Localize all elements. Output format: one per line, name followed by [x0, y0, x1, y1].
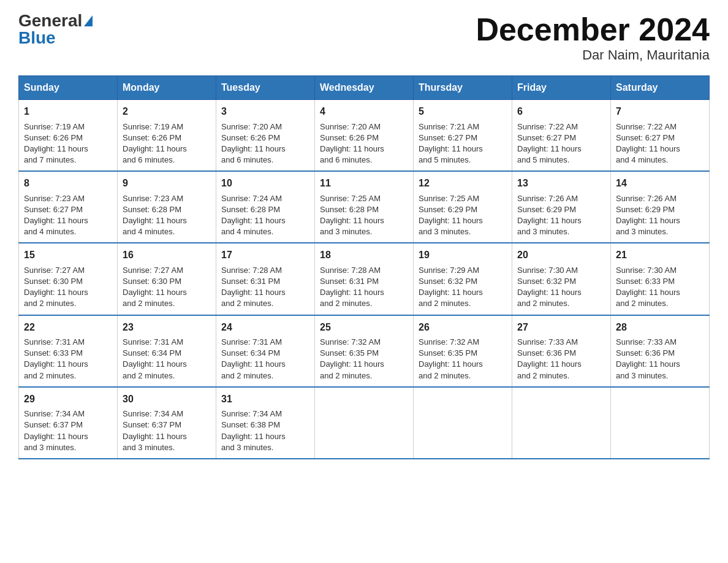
calendar-week-row: 29Sunrise: 7:34 AMSunset: 6:37 PMDayligh… — [19, 387, 710, 459]
day-info: Sunrise: 7:24 AMSunset: 6:28 PMDaylight:… — [221, 194, 286, 237]
day-info: Sunrise: 7:23 AMSunset: 6:28 PMDaylight:… — [123, 194, 187, 237]
day-info: Sunrise: 7:32 AMSunset: 6:35 PMDaylight:… — [320, 337, 384, 380]
calendar-cell — [611, 387, 710, 459]
day-info: Sunrise: 7:25 AMSunset: 6:29 PMDaylight:… — [419, 194, 483, 237]
calendar-cell: 18Sunrise: 7:28 AMSunset: 6:31 PMDayligh… — [315, 243, 414, 315]
calendar-cell: 1Sunrise: 7:19 AMSunset: 6:26 PMDaylight… — [19, 100, 118, 172]
calendar-cell: 28Sunrise: 7:33 AMSunset: 6:36 PMDayligh… — [611, 315, 710, 387]
day-info: Sunrise: 7:28 AMSunset: 6:31 PMDaylight:… — [320, 266, 384, 308]
calendar-cell: 20Sunrise: 7:30 AMSunset: 6:32 PMDayligh… — [512, 243, 611, 315]
calendar-cell: 29Sunrise: 7:34 AMSunset: 6:37 PMDayligh… — [19, 387, 118, 459]
calendar-header-row: SundayMondayTuesdayWednesdayThursdayFrid… — [19, 76, 710, 100]
calendar-cell: 31Sunrise: 7:34 AMSunset: 6:38 PMDayligh… — [216, 387, 315, 459]
day-number: 14 — [616, 177, 704, 190]
day-number: 4 — [320, 105, 408, 118]
day-number: 1 — [24, 105, 112, 118]
day-number: 11 — [320, 177, 408, 190]
day-number: 10 — [221, 177, 309, 190]
day-info: Sunrise: 7:19 AMSunset: 6:26 PMDaylight:… — [24, 122, 88, 165]
day-number: 13 — [517, 177, 605, 190]
day-info: Sunrise: 7:22 AMSunset: 6:27 PMDaylight:… — [517, 122, 582, 165]
day-number: 29 — [24, 393, 112, 406]
calendar-cell: 3Sunrise: 7:20 AMSunset: 6:26 PMDaylight… — [216, 100, 315, 172]
day-info: Sunrise: 7:30 AMSunset: 6:32 PMDaylight:… — [517, 266, 582, 308]
calendar-cell: 8Sunrise: 7:23 AMSunset: 6:27 PMDaylight… — [19, 171, 118, 243]
day-number: 7 — [616, 105, 704, 118]
day-number: 5 — [419, 105, 507, 118]
day-number: 9 — [123, 177, 211, 190]
day-info: Sunrise: 7:19 AMSunset: 6:26 PMDaylight:… — [123, 122, 187, 165]
calendar-cell — [315, 387, 414, 459]
day-info: Sunrise: 7:28 AMSunset: 6:31 PMDaylight:… — [221, 266, 286, 308]
day-number: 25 — [320, 321, 408, 334]
calendar-cell: 21Sunrise: 7:30 AMSunset: 6:33 PMDayligh… — [611, 243, 710, 315]
day-number: 22 — [24, 321, 112, 334]
header-saturday: Saturday — [611, 76, 710, 100]
calendar-cell: 6Sunrise: 7:22 AMSunset: 6:27 PMDaylight… — [512, 100, 611, 172]
day-info: Sunrise: 7:31 AMSunset: 6:34 PMDaylight:… — [221, 337, 286, 380]
calendar-cell — [414, 387, 512, 459]
calendar-table: SundayMondayTuesdayWednesdayThursdayFrid… — [18, 75, 710, 459]
calendar-cell: 27Sunrise: 7:33 AMSunset: 6:36 PMDayligh… — [512, 315, 611, 387]
day-number: 21 — [616, 248, 704, 262]
calendar-cell: 26Sunrise: 7:32 AMSunset: 6:35 PMDayligh… — [414, 315, 512, 387]
calendar-cell: 9Sunrise: 7:23 AMSunset: 6:28 PMDaylight… — [118, 171, 216, 243]
day-number: 27 — [517, 321, 605, 334]
day-info: Sunrise: 7:31 AMSunset: 6:34 PMDaylight:… — [123, 337, 187, 380]
logo-blue: Blue — [18, 28, 56, 47]
header-friday: Friday — [512, 76, 611, 100]
day-info: Sunrise: 7:22 AMSunset: 6:27 PMDaylight:… — [616, 122, 680, 165]
day-number: 12 — [419, 177, 507, 190]
calendar-cell: 5Sunrise: 7:21 AMSunset: 6:27 PMDaylight… — [414, 100, 512, 172]
calendar-week-row: 1Sunrise: 7:19 AMSunset: 6:26 PMDaylight… — [19, 100, 710, 172]
calendar-cell: 30Sunrise: 7:34 AMSunset: 6:37 PMDayligh… — [118, 387, 216, 459]
day-number: 19 — [419, 248, 507, 262]
day-info: Sunrise: 7:34 AMSunset: 6:38 PMDaylight:… — [221, 409, 286, 452]
calendar-cell: 17Sunrise: 7:28 AMSunset: 6:31 PMDayligh… — [216, 243, 315, 315]
calendar-cell — [512, 387, 611, 459]
day-info: Sunrise: 7:25 AMSunset: 6:28 PMDaylight:… — [320, 194, 384, 237]
day-info: Sunrise: 7:29 AMSunset: 6:32 PMDaylight:… — [419, 266, 483, 308]
calendar-cell: 13Sunrise: 7:26 AMSunset: 6:29 PMDayligh… — [512, 171, 611, 243]
day-info: Sunrise: 7:33 AMSunset: 6:36 PMDaylight:… — [517, 337, 582, 380]
calendar-cell: 12Sunrise: 7:25 AMSunset: 6:29 PMDayligh… — [414, 171, 512, 243]
day-number: 17 — [221, 248, 309, 262]
calendar-cell: 7Sunrise: 7:22 AMSunset: 6:27 PMDaylight… — [611, 100, 710, 172]
day-number: 6 — [517, 105, 605, 118]
calendar-cell: 15Sunrise: 7:27 AMSunset: 6:30 PMDayligh… — [19, 243, 118, 315]
calendar-cell: 19Sunrise: 7:29 AMSunset: 6:32 PMDayligh… — [414, 243, 512, 315]
day-number: 16 — [123, 248, 211, 262]
day-number: 18 — [320, 248, 408, 262]
day-info: Sunrise: 7:23 AMSunset: 6:27 PMDaylight:… — [24, 194, 88, 237]
day-info: Sunrise: 7:34 AMSunset: 6:37 PMDaylight:… — [123, 409, 187, 452]
calendar-week-row: 22Sunrise: 7:31 AMSunset: 6:33 PMDayligh… — [19, 315, 710, 387]
header-sunday: Sunday — [19, 76, 118, 100]
header-thursday: Thursday — [414, 76, 512, 100]
day-info: Sunrise: 7:34 AMSunset: 6:37 PMDaylight:… — [24, 409, 88, 452]
logo-triangle-icon — [84, 15, 93, 26]
logo-general: General — [18, 12, 82, 29]
day-info: Sunrise: 7:33 AMSunset: 6:36 PMDaylight:… — [616, 337, 680, 380]
day-number: 3 — [221, 105, 309, 118]
day-info: Sunrise: 7:27 AMSunset: 6:30 PMDaylight:… — [123, 266, 187, 308]
day-info: Sunrise: 7:32 AMSunset: 6:35 PMDaylight:… — [419, 337, 483, 380]
page-subtitle: Dar Naim, Mauritania — [476, 47, 710, 63]
calendar-cell: 4Sunrise: 7:20 AMSunset: 6:26 PMDaylight… — [315, 100, 414, 172]
day-number: 2 — [123, 105, 211, 118]
day-info: Sunrise: 7:31 AMSunset: 6:33 PMDaylight:… — [24, 337, 88, 380]
logo: General Blue — [18, 12, 93, 47]
day-number: 30 — [123, 393, 211, 406]
calendar-week-row: 15Sunrise: 7:27 AMSunset: 6:30 PMDayligh… — [19, 243, 710, 315]
day-info: Sunrise: 7:27 AMSunset: 6:30 PMDaylight:… — [24, 266, 88, 308]
calendar-week-row: 8Sunrise: 7:23 AMSunset: 6:27 PMDaylight… — [19, 171, 710, 243]
title-block: December 2024 Dar Naim, Mauritania — [476, 12, 710, 63]
day-number: 15 — [24, 248, 112, 262]
day-number: 31 — [221, 393, 309, 406]
calendar-cell: 14Sunrise: 7:26 AMSunset: 6:29 PMDayligh… — [611, 171, 710, 243]
calendar-cell: 23Sunrise: 7:31 AMSunset: 6:34 PMDayligh… — [118, 315, 216, 387]
day-number: 8 — [24, 177, 112, 190]
page-title: December 2024 — [476, 12, 710, 47]
day-info: Sunrise: 7:26 AMSunset: 6:29 PMDaylight:… — [517, 194, 582, 237]
day-number: 20 — [517, 248, 605, 262]
day-number: 23 — [123, 321, 211, 334]
